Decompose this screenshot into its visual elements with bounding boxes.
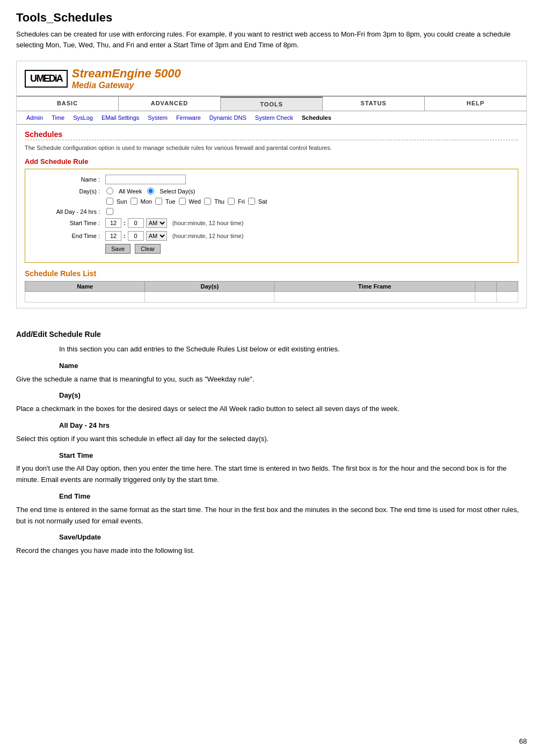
start-ampm-select[interactable]: AM PM — [146, 218, 167, 228]
table-empty-row — [25, 292, 518, 303]
help-name-body: Give the schedule a name that is meaning… — [16, 374, 527, 385]
start-time-fields: 12 : 0 AM PM (hour:minute, 12 hour time) — [105, 218, 243, 228]
name-input[interactable] — [105, 175, 186, 184]
end-min-input[interactable]: 0 — [128, 231, 144, 241]
days-radio-group: All Week Select Day(s) — [105, 188, 195, 195]
nav-schedules[interactable]: Schedules — [298, 113, 336, 122]
col-name: Name — [25, 282, 145, 292]
product-name: StreamEngine 5000 — [72, 67, 181, 81]
help-starttime-term: Start Time — [59, 450, 527, 462]
col-timeframe: Time Frame — [274, 282, 475, 292]
tue-checkbox[interactable] — [155, 198, 162, 205]
help-intro: In this section you can add entries to t… — [59, 344, 527, 355]
day-checkboxes-row: Sun Mon Tue Wed Thu Fri Sat — [33, 198, 510, 205]
help-allday-term: All Day - 24 hrs — [59, 420, 527, 431]
start-time-label: Start Time : — [33, 220, 103, 226]
help-starttime-body: If you don't use the All Day option, the… — [16, 463, 527, 486]
list-title-2: List — [83, 269, 96, 278]
col-action2 — [497, 282, 518, 292]
fri-label: Fri — [238, 198, 245, 205]
wed-label: Wed — [189, 198, 201, 205]
logo-media: MEDiA — [37, 73, 62, 84]
end-time-row: End Time : 12 : 0 AM PM (hour:minute, 12… — [33, 231, 510, 241]
help-name-term: Name — [59, 361, 527, 372]
table-header-row: Name Day(s) Time Frame — [25, 282, 518, 292]
sat-checkbox[interactable] — [248, 198, 255, 205]
end-time-fields: 12 : 0 AM PM (hour:minute, 12 hour time) — [105, 231, 243, 241]
nav-admin[interactable]: Admin — [22, 113, 47, 122]
save-button[interactable]: Save — [105, 244, 131, 254]
col-action1 — [475, 282, 497, 292]
nav-advanced[interactable]: ADVANCED — [119, 97, 221, 111]
nav-help[interactable]: HELP — [425, 97, 526, 111]
nav-bar: BASIC ADVANCED TOOLS STATUS HELP Admin T… — [17, 97, 526, 125]
list-title-1: Schedule Rules — [25, 269, 81, 278]
nav-top: BASIC ADVANCED TOOLS STATUS HELP — [17, 97, 526, 111]
nav-syslog[interactable]: SysLog — [69, 113, 97, 122]
help-save-term: Save/Update — [59, 532, 527, 543]
help-endtime-body: The end time is entered in the same form… — [16, 505, 527, 527]
day-checkboxes: Sun Mon Tue Wed Thu Fri Sat — [105, 198, 267, 205]
nav-system-check[interactable]: System Check — [251, 113, 298, 122]
page-title: Tools_Schedules — [16, 11, 527, 25]
schedules-section-title: Schedules — [25, 130, 518, 139]
product-subtitle: Media Gateway — [72, 81, 181, 90]
help-days-term: Day(s) — [59, 390, 527, 401]
sun-checkbox[interactable] — [106, 198, 113, 205]
buttons-row: Save Clear — [33, 244, 510, 254]
allday-row: All Day - 24 hrs : — [33, 208, 510, 215]
end-ampm-select[interactable]: AM PM — [146, 231, 167, 241]
logo-box: U·MEDiA StreamEngine 5000 Media Gateway — [25, 67, 181, 90]
allday-label: All Day - 24 hrs : — [33, 208, 103, 215]
wed-checkbox[interactable] — [179, 198, 186, 205]
logo-u: U — [30, 73, 36, 84]
nav-basic[interactable]: BASIC — [17, 97, 119, 111]
nav-firmware[interactable]: Firmware — [172, 113, 205, 122]
thu-label: Thu — [214, 198, 225, 205]
intro-paragraph: Schedules can be created for use with en… — [16, 29, 527, 50]
mon-checkbox[interactable] — [131, 198, 137, 205]
selectday-radio[interactable] — [147, 188, 154, 195]
allday-checkbox[interactable] — [106, 208, 113, 215]
tue-label: Tue — [165, 198, 176, 205]
add-rule-title: Add Schedule Rule — [25, 157, 518, 165]
nav-tools[interactable]: TOOLS — [221, 97, 323, 111]
days-row: Day(s) : All Week Select Day(s) — [33, 188, 510, 195]
end-time-hint: (hour:minute, 12 hour time) — [172, 233, 244, 239]
content-area: Schedules The Schedule configuration opt… — [17, 125, 526, 308]
nav-system[interactable]: System — [143, 113, 172, 122]
nav-sub: Admin Time SysLog EMail Settings System … — [17, 111, 526, 124]
selectday-label: Select Day(s) — [160, 188, 195, 195]
nav-status[interactable]: STATUS — [323, 97, 425, 111]
end-hour-input[interactable]: 12 — [105, 231, 121, 241]
allweek-label: All Week — [119, 188, 142, 195]
fri-checkbox[interactable] — [228, 198, 235, 205]
help-days-body: Place a checkmark in the boxes for the d… — [16, 404, 527, 415]
start-min-input[interactable]: 0 — [128, 218, 144, 228]
router-header: U·MEDiA StreamEngine 5000 Media Gateway — [17, 61, 526, 97]
name-label: Name : — [33, 176, 103, 183]
nav-email-settings[interactable]: EMail Settings — [97, 113, 143, 122]
clear-button[interactable]: Clear — [135, 244, 161, 254]
allweek-radio[interactable] — [106, 188, 113, 195]
help-save-body: Record the changes you have made into th… — [16, 545, 527, 557]
schedules-description: The Schedule configuration option is use… — [25, 145, 518, 151]
start-hour-input[interactable]: 12 — [105, 218, 121, 228]
section-divider — [25, 140, 518, 140]
schedule-list-title: Schedule Rules List — [25, 269, 518, 278]
start-time-sep: : — [124, 220, 126, 226]
help-section: Add/Edit Schedule Rule In this section y… — [16, 325, 527, 567]
help-title: Add/Edit Schedule Rule — [16, 330, 527, 339]
start-time-hint: (hour:minute, 12 hour time) — [172, 220, 244, 226]
nav-dynamic-dns[interactable]: Dynamic DNS — [205, 113, 251, 122]
nav-time[interactable]: Time — [47, 113, 69, 122]
sat-label: Sat — [258, 198, 267, 205]
add-rule-form: Name : Day(s) : All Week Select Day(s) S — [25, 169, 518, 263]
mon-label: Mon — [141, 198, 152, 205]
thu-checkbox[interactable] — [204, 198, 211, 205]
col-days: Day(s) — [145, 282, 274, 292]
router-ui-box: U·MEDiA StreamEngine 5000 Media Gateway … — [16, 61, 527, 308]
start-time-row: Start Time : 12 : 0 AM PM (hour:minute, … — [33, 218, 510, 228]
end-time-sep: : — [124, 233, 126, 239]
help-endtime-term: End Time — [59, 491, 527, 502]
